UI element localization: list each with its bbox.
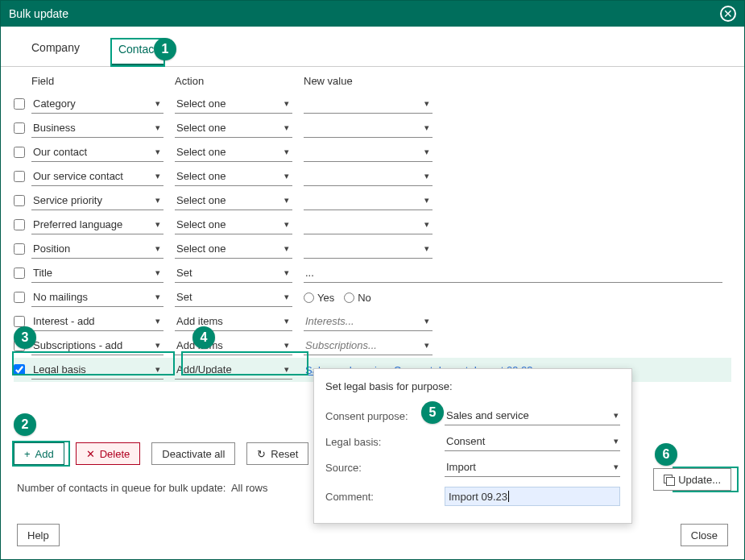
field-select[interactable]: Subscriptions - add▾ <box>31 336 163 355</box>
row-checkbox[interactable] <box>14 122 25 134</box>
field-select[interactable]: Position▾ <box>31 239 163 259</box>
chevron-down-icon: ▾ <box>424 147 429 157</box>
chevron-down-icon: ▾ <box>424 171 429 181</box>
value-select[interactable]: ▾ <box>304 239 433 259</box>
delete-button[interactable]: ✕ Delete <box>76 442 141 465</box>
update-button[interactable]: Update... <box>653 468 731 491</box>
table-row: Interest - add▾Add items▾Interests...▾ <box>14 309 731 334</box>
field-select[interactable]: Our contact▾ <box>31 143 163 162</box>
row-checkbox[interactable] <box>14 316 25 327</box>
field-select[interactable]: Legal basis▾ <box>31 360 163 380</box>
field-label: Title <box>33 267 52 279</box>
action-select[interactable]: Select one▾ <box>175 215 292 234</box>
chevron-down-icon: ▾ <box>424 316 429 326</box>
window-title: Bulk update <box>9 7 68 20</box>
field-select[interactable]: Business▾ <box>31 118 163 138</box>
row-checkbox[interactable] <box>14 268 25 279</box>
chevron-down-icon: ▾ <box>614 410 619 421</box>
radio-no[interactable] <box>344 292 354 303</box>
table-row: Subscriptions - add▾Add items▾Subscripti… <box>14 334 731 358</box>
value-select[interactable]: Interests...▾ <box>304 312 433 331</box>
add-button-label: Add <box>35 448 54 460</box>
action-select[interactable]: Set▾ <box>175 263 292 283</box>
table-row: Service priority▾Select one▾▾ <box>14 189 731 213</box>
value-select[interactable]: ▾ <box>304 118 433 138</box>
reset-button[interactable]: ↻ Reset <box>246 442 308 465</box>
field-label: Our service contact <box>33 170 123 182</box>
field-label: Position <box>33 243 70 255</box>
consent-purpose-select[interactable]: Sales and service ▾ <box>445 406 620 425</box>
action-select[interactable]: Select one▾ <box>175 191 292 210</box>
field-label: Preferred language <box>33 218 122 230</box>
header-action: Action <box>175 75 304 87</box>
action-select[interactable]: Select one▾ <box>175 167 292 186</box>
action-label: Select one <box>176 243 226 255</box>
field-label: Service priority <box>33 194 102 206</box>
row-checkbox[interactable] <box>14 171 25 182</box>
row-checkbox[interactable] <box>14 364 25 375</box>
legal-basis-select[interactable]: Consent ▾ <box>445 432 620 451</box>
row-checkbox[interactable] <box>14 147 25 158</box>
action-label: Select one <box>176 146 226 158</box>
action-label: Select one <box>176 194 226 206</box>
close-button[interactable]: Close <box>681 524 728 546</box>
field-select[interactable]: No mailings▾ <box>31 288 163 307</box>
help-button-label: Help <box>27 529 49 541</box>
value-select[interactable]: ▾ <box>304 191 433 210</box>
placeholder-label: Interests... <box>305 315 354 327</box>
action-select[interactable]: Select one▾ <box>175 239 292 259</box>
chevron-down-icon: ▾ <box>284 292 289 302</box>
consent-purpose-value: Sales and service <box>446 409 529 421</box>
action-select[interactable]: Set▾ <box>175 288 292 307</box>
chevron-down-icon: ▾ <box>155 243 160 254</box>
action-select[interactable]: Add/Update▾ <box>175 360 292 380</box>
chevron-down-icon: ▾ <box>284 171 289 181</box>
field-select[interactable]: Service priority▾ <box>31 191 163 210</box>
chevron-down-icon: ▾ <box>284 243 289 254</box>
value-select[interactable]: ▾ <box>304 167 433 186</box>
badge-2: 2 <box>14 413 36 436</box>
value-input[interactable]: ... <box>304 263 722 283</box>
tab-company[interactable]: Company <box>25 38 86 66</box>
field-select[interactable]: Title▾ <box>31 263 163 283</box>
field-select[interactable]: Category▾ <box>31 94 163 114</box>
chevron-down-icon: ▾ <box>614 436 619 446</box>
action-select[interactable]: Add items▾ <box>175 312 292 331</box>
field-select[interactable]: Our service contact▾ <box>31 167 163 186</box>
comment-input[interactable]: Import 09.23 <box>445 487 620 506</box>
field-label: Interest - add <box>33 315 95 327</box>
action-label: Select one <box>176 218 226 230</box>
help-button[interactable]: Help <box>17 524 60 546</box>
row-checkbox[interactable] <box>14 195 25 206</box>
radio-yes[interactable] <box>304 292 314 303</box>
row-checkbox[interactable] <box>14 98 25 110</box>
chevron-down-icon: ▾ <box>155 195 160 205</box>
value-select[interactable]: ▾ <box>304 215 433 234</box>
chevron-down-icon: ▾ <box>155 364 160 375</box>
stack-icon <box>664 475 673 484</box>
action-select[interactable]: Select one▾ <box>175 94 292 114</box>
chevron-down-icon: ▾ <box>284 195 289 205</box>
value-select[interactable]: ▾ <box>304 94 433 114</box>
value-select[interactable]: Subscriptions...▾ <box>304 336 433 355</box>
row-checkbox[interactable] <box>14 243 25 255</box>
legal-basis-popup: Set legal basis for purpose: Consent pur… <box>313 368 632 524</box>
table-row: Our service contact▾Select one▾▾ <box>14 164 731 189</box>
row-checkbox[interactable] <box>14 292 25 303</box>
close-icon[interactable]: ✕ <box>720 6 736 22</box>
field-select[interactable]: Preferred language▾ <box>31 215 163 234</box>
field-select[interactable]: Interest - add▾ <box>31 312 163 331</box>
chevron-down-icon: ▾ <box>424 122 429 133</box>
chevron-down-icon: ▾ <box>424 195 429 205</box>
value-select[interactable]: ▾ <box>304 143 433 162</box>
row-checkbox[interactable] <box>14 219 25 230</box>
action-select[interactable]: Select one▾ <box>175 143 292 162</box>
chevron-down-icon: ▾ <box>284 147 289 157</box>
deactivate-button[interactable]: Deactivate all <box>151 442 235 465</box>
value-radio-group: YesNo <box>304 292 371 304</box>
table-row: Position▾Select one▾▾ <box>14 237 731 261</box>
add-button[interactable]: + Add <box>14 442 64 465</box>
chevron-down-icon: ▾ <box>155 171 160 181</box>
source-select[interactable]: Import ▾ <box>445 458 620 477</box>
action-select[interactable]: Select one▾ <box>175 118 292 138</box>
